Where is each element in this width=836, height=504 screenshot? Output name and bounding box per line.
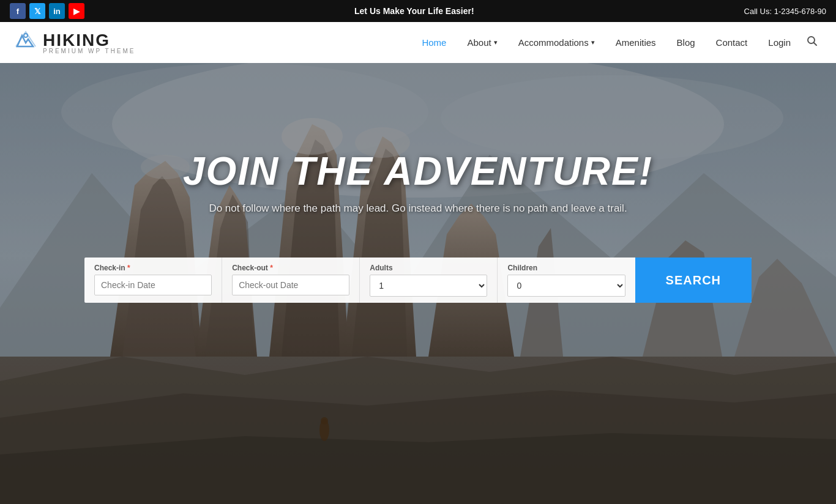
adults-select[interactable]: 1 2 3 4 5 <box>370 275 487 297</box>
nav-login[interactable]: Login <box>759 32 799 53</box>
logo[interactable]: HIKING PREMIUM WP THEME <box>15 29 136 56</box>
top-tagline: Let Us Make Your Life Easier! <box>354 6 474 16</box>
svg-point-29 <box>321 417 328 424</box>
facebook-icon[interactable]: f <box>10 3 26 19</box>
checkout-input[interactable] <box>232 275 349 295</box>
search-button[interactable]: SEARCH <box>635 258 752 303</box>
search-bar: Check-in * Check-out * Adults 1 2 3 4 5 … <box>84 258 752 303</box>
nav-home[interactable]: Home <box>413 32 455 53</box>
hero-title: JOIN THE ADVENTURE! <box>183 149 653 194</box>
hero-subtitle: Do not follow where the path may lead. G… <box>183 202 653 215</box>
site-header: HIKING PREMIUM WP THEME Home About ▾ Acc… <box>0 22 836 63</box>
checkin-input[interactable] <box>94 275 212 295</box>
twitter-icon[interactable]: 𝕏 <box>29 3 45 19</box>
logo-text: HIKING PREMIUM WP THEME <box>43 31 136 54</box>
children-select[interactable]: 0 1 2 3 4 <box>507 275 625 297</box>
search-icon-button[interactable] <box>803 32 821 53</box>
logo-subtitle: PREMIUM WP THEME <box>43 48 136 54</box>
phone-number: Call Us: 1-2345-678-90 <box>744 7 826 16</box>
checkout-field: Check-out * <box>222 258 360 303</box>
svg-point-0 <box>24 34 28 37</box>
children-label: Children <box>507 264 625 272</box>
children-field: Children 0 1 2 3 4 <box>498 258 635 303</box>
checkout-required: * <box>270 264 273 272</box>
accommodations-dropdown-icon: ▾ <box>591 39 595 46</box>
hero-content: JOIN THE ADVENTURE! Do not follow where … <box>183 149 653 215</box>
checkin-label: Check-in * <box>94 264 212 272</box>
checkin-field: Check-in * <box>84 258 222 303</box>
top-bar: f 𝕏 in ▶ Let Us Make Your Life Easier! C… <box>0 0 836 22</box>
nav-blog[interactable]: Blog <box>668 32 704 53</box>
nav-accommodations[interactable]: Accommodations ▾ <box>510 32 603 53</box>
youtube-icon[interactable]: ▶ <box>69 3 84 19</box>
checkin-required: * <box>127 264 130 272</box>
about-dropdown-icon: ▾ <box>494 39 498 46</box>
nav-about[interactable]: About ▾ <box>458 32 506 53</box>
adults-label: Adults <box>370 264 487 272</box>
checkout-label: Check-out * <box>232 264 349 272</box>
linkedin-icon[interactable]: in <box>49 3 65 19</box>
adults-field: Adults 1 2 3 4 5 <box>360 258 498 303</box>
nav-amenities[interactable]: Amenities <box>607 32 665 53</box>
main-nav: Home About ▾ Accommodations ▾ Amenities … <box>413 32 821 53</box>
logo-icon <box>15 29 37 56</box>
social-links: f 𝕏 in ▶ <box>10 3 84 19</box>
hero-section: JOIN THE ADVENTURE! Do not follow where … <box>0 63 836 504</box>
svg-line-2 <box>814 43 817 46</box>
nav-contact[interactable]: Contact <box>707 32 756 53</box>
